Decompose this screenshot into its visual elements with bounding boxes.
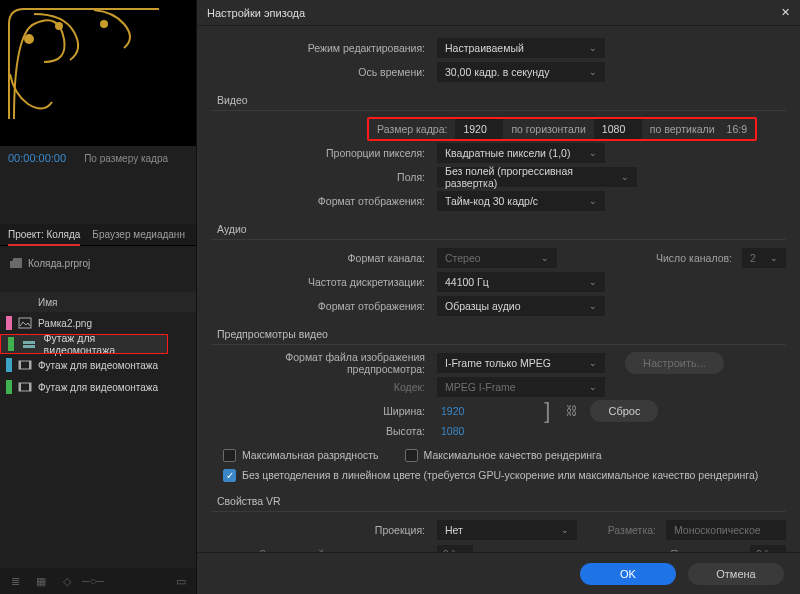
preview-format-select[interactable]: I-Frame только MPEG⌄	[437, 353, 605, 373]
max-render-checkbox[interactable]	[405, 449, 418, 462]
video-section-label: Видео	[217, 94, 786, 106]
editing-mode-select[interactable]: Настраиваемый⌄	[437, 38, 605, 58]
label-swatch	[8, 337, 14, 351]
cancel-button[interactable]: Отмена	[688, 563, 784, 585]
sample-rate-select[interactable]: 44100 Гц⌄	[437, 272, 605, 292]
dialog-body: Режим редактирования: Настраиваемый⌄ Ось…	[197, 26, 800, 552]
timebase-select[interactable]: 30,00 кадр. в секунду⌄	[437, 62, 605, 82]
dialog-title-bar: Настройки эпизода ✕	[197, 0, 800, 26]
frame-size-label: Размер кадра:	[373, 123, 451, 135]
layout-select: Моноскопическое	[666, 520, 786, 540]
preview-height-value[interactable]: 1080	[437, 425, 468, 437]
display-format-select[interactable]: Тайм-код 30 кадр/с⌄	[437, 191, 605, 211]
chevron-down-icon: ⌄	[561, 525, 569, 535]
svg-rect-10	[19, 383, 21, 391]
ok-button[interactable]: OK	[580, 563, 676, 585]
pixel-aspect-select[interactable]: Квадратные пиксели (1,0)⌄	[437, 143, 605, 163]
frame-size-highlight: Размер кадра: 1920 по горизонтали 1080 п…	[367, 117, 757, 141]
frame-height-input[interactable]: 1080	[594, 119, 642, 139]
editing-mode-label: Режим редактирования:	[211, 42, 431, 54]
list-item[interactable]: Футаж для видеомонтажа	[0, 376, 196, 398]
frame-width-input[interactable]: 1920	[455, 119, 503, 139]
max-bit-checkbox[interactable]	[223, 449, 236, 462]
projection-select[interactable]: Нет⌄	[437, 520, 577, 540]
preview-width-value[interactable]: 1920	[437, 405, 468, 417]
horizontal-label: по горизонтали	[507, 123, 589, 135]
item-name: Футаж для видеомонтажа	[44, 332, 160, 356]
chevron-down-icon: ⌄	[589, 382, 597, 392]
panel-tabs: Проект: Коляда Браузер медиаданн	[0, 224, 196, 246]
sequence-icon	[22, 338, 36, 350]
chevron-down-icon: ⌄	[589, 301, 597, 311]
zoom-fit-label[interactable]: По размеру кадра	[84, 153, 168, 164]
ornament-preview	[4, 4, 164, 124]
panel-toolbar: ≣ ▦ ◇ ─○─ ▭	[0, 568, 196, 594]
monitor-info-row: 00:00:00:00 По размеру кадра	[0, 146, 196, 170]
audio-section-label: Аудио	[217, 223, 786, 235]
link-bracket-icon: ]	[540, 398, 554, 424]
project-list: Имя Рамка2.png Футаж для видеомонтажа Фу…	[0, 292, 196, 564]
vr-section-label: Свойства VR	[217, 495, 786, 507]
fields-select[interactable]: Без полей (прогрессивная развертка)⌄	[437, 167, 637, 187]
pixel-aspect-label: Пропорции пикселя:	[211, 147, 431, 159]
freeform-icon[interactable]: ◇	[60, 574, 74, 588]
captured-vert-input	[750, 545, 786, 552]
audio-display-format-select[interactable]: Образцы аудио⌄	[437, 296, 605, 316]
label-swatch	[6, 316, 12, 330]
svg-rect-5	[23, 345, 35, 348]
display-format-label: Формат отображения:	[211, 195, 431, 207]
dialog-footer: OK Отмена	[197, 552, 800, 594]
project-panel: 00:00:00:00 По размеру кадра Проект: Кол…	[0, 0, 196, 594]
link-icon[interactable]: ⛓	[560, 404, 584, 418]
linear-color-checkbox[interactable]: ✓	[223, 469, 236, 482]
close-icon[interactable]: ✕	[781, 6, 790, 19]
chevron-down-icon: ⌄	[541, 253, 549, 263]
zoom-slider-icon[interactable]: ─○─	[86, 574, 100, 588]
projection-label: Проекция:	[211, 524, 431, 536]
chevron-down-icon: ⌄	[621, 172, 629, 182]
chevron-down-icon: ⌄	[589, 148, 597, 158]
dialog-title: Настройки эпизода	[207, 7, 305, 19]
project-file-row: Коляда.prproj	[0, 252, 196, 274]
svg-point-0	[25, 35, 33, 43]
layout-label: Разметка:	[604, 524, 660, 536]
column-header-name[interactable]: Имя	[0, 292, 196, 312]
svg-rect-11	[29, 383, 31, 391]
channel-count-select: 2⌄	[742, 248, 786, 268]
width-label: Ширина:	[211, 405, 431, 417]
project-file-name: Коляда.prproj	[28, 258, 90, 269]
svg-rect-7	[19, 361, 21, 369]
list-view-icon[interactable]: ≣	[8, 574, 22, 588]
sample-rate-label: Частота дискретизации:	[211, 276, 431, 288]
chevron-down-icon: ⌄	[589, 196, 597, 206]
new-item-icon[interactable]: ▭	[174, 574, 188, 588]
item-name: Рамка2.png	[38, 318, 92, 329]
item-name: Футаж для видеомонтажа	[38, 360, 158, 371]
sequence-settings-dialog: Настройки эпизода ✕ Режим редактирования…	[196, 0, 800, 594]
icon-view-icon[interactable]: ▦	[34, 574, 48, 588]
codec-select: MPEG I-Frame⌄	[437, 377, 605, 397]
tab-project[interactable]: Проект: Коляда	[8, 229, 80, 240]
timebase-label: Ось времени:	[211, 66, 431, 78]
timecode[interactable]: 00:00:00:00	[8, 152, 66, 164]
chevron-down-icon: ⌄	[589, 43, 597, 53]
chevron-down-icon: ⌄	[589, 277, 597, 287]
list-item[interactable]: Футаж для видеомонтажа	[0, 354, 196, 376]
video-icon	[18, 381, 32, 393]
list-item[interactable]: Рамка2.png	[0, 312, 196, 334]
reset-button[interactable]: Сброс	[590, 400, 658, 422]
linear-color-label: Без цветоделения в линейном цвете (требу…	[242, 469, 758, 481]
bin-icon	[10, 258, 22, 268]
svg-rect-4	[23, 341, 35, 344]
max-bit-label: Максимальная разрядность	[242, 449, 379, 461]
channel-format-label: Формат канала:	[211, 252, 431, 264]
chevron-down-icon: ⌄	[589, 358, 597, 368]
label-swatch	[6, 380, 12, 394]
item-name: Футаж для видеомонтажа	[38, 382, 158, 393]
list-item-selected[interactable]: Футаж для видеомонтажа	[0, 334, 168, 354]
video-icon	[18, 359, 32, 371]
tab-media-browser[interactable]: Браузер медиаданн	[92, 229, 185, 240]
program-monitor	[0, 0, 196, 146]
max-render-label: Максимальное качество рендеринга	[424, 449, 602, 461]
height-label: Высота:	[211, 425, 431, 437]
